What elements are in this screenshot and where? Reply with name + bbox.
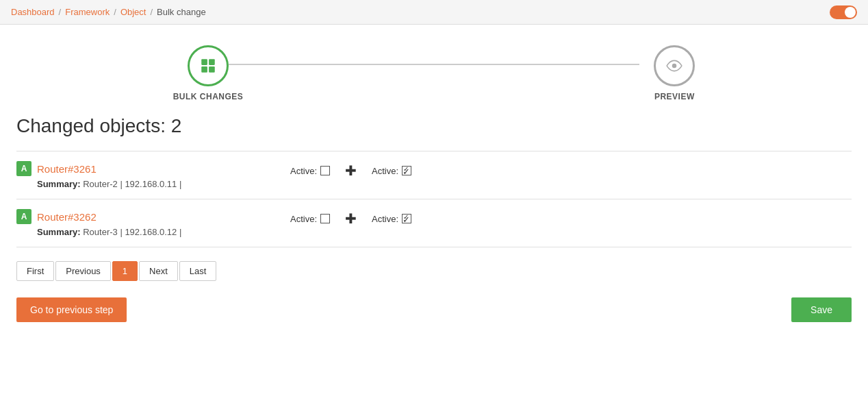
preview-icon xyxy=(665,57,683,75)
go-to-previous-step-button[interactable]: Go to previous step xyxy=(16,297,127,322)
from-checkbox-2[interactable] xyxy=(320,214,330,223)
field-from-1: Active: xyxy=(290,166,330,176)
svg-point-4 xyxy=(672,64,677,69)
arrow-icon-2: ✚ xyxy=(345,210,357,227)
obj-badge-2: A xyxy=(16,209,31,224)
footer-actions: Go to previous step Save xyxy=(16,297,852,322)
breadcrumb-object[interactable]: Object xyxy=(120,7,146,17)
to-checkbox-2[interactable]: ✓ xyxy=(402,214,411,223)
wizard-step-preview: PREVIEW xyxy=(654,45,695,101)
obj-summary-2: Summary: Router-3 | 192.168.0.12 | xyxy=(37,227,290,237)
obj-name-2[interactable]: Router#3262 xyxy=(37,211,97,223)
to-label-2: Active: xyxy=(372,214,398,224)
pagination-page-1[interactable]: 1 xyxy=(112,261,138,281)
global-toggle[interactable] xyxy=(830,5,857,19)
arrow-icon-1: ✚ xyxy=(345,162,357,179)
sep1: / xyxy=(59,7,62,17)
wizard-step-bulk-changes: BULK CHANGES xyxy=(173,45,244,101)
sep2: / xyxy=(114,7,116,17)
summary-value-1: Router-2 | 192.168.0.11 | xyxy=(83,179,181,189)
page-title: Changed objects: 2 xyxy=(16,115,852,137)
breadcrumb-bar: Dashboard / Framework / Object / Bulk ch… xyxy=(0,0,868,25)
pagination: First Previous 1 Next Last xyxy=(16,261,852,281)
from-label-1: Active: xyxy=(290,166,317,176)
from-checkbox-1[interactable] xyxy=(320,166,330,175)
sep3: / xyxy=(150,7,153,17)
step-circle-preview xyxy=(654,45,695,86)
svg-rect-2 xyxy=(201,66,207,73)
summary-label-2: Summary: xyxy=(37,227,81,237)
svg-rect-3 xyxy=(209,66,215,73)
step-label-preview: PREVIEW xyxy=(654,92,695,101)
obj-name-1[interactable]: Router#3261 xyxy=(37,163,97,175)
breadcrumb-dashboard[interactable]: Dashboard xyxy=(11,7,55,17)
obj-left-2: A Router#3262 Summary: Router-3 | 192.16… xyxy=(16,209,290,237)
summary-label-1: Summary: xyxy=(37,179,81,189)
summary-value-2: Router-3 | 192.168.0.12 | xyxy=(83,227,181,237)
field-to-2: Active: ✓ xyxy=(372,214,411,224)
wizard: BULK CHANGES PREVIEW xyxy=(16,38,852,115)
obj-changes-1: Active: ✚ Active: ✓ xyxy=(290,161,852,179)
obj-changes-2: Active: ✚ Active: ✓ xyxy=(290,209,852,227)
svg-rect-1 xyxy=(209,59,215,65)
to-label-1: Active: xyxy=(372,166,398,176)
obj-title-row-1: A Router#3261 xyxy=(16,161,290,176)
obj-title-row-2: A Router#3262 xyxy=(16,209,290,224)
to-checkbox-1[interactable]: ✓ xyxy=(402,166,411,175)
bulk-changes-icon xyxy=(199,57,217,75)
breadcrumb-framework[interactable]: Framework xyxy=(65,7,110,17)
pagination-first[interactable]: First xyxy=(16,261,54,281)
save-button[interactable]: Save xyxy=(791,297,852,322)
objects-list: A Router#3261 Summary: Router-2 | 192.16… xyxy=(16,151,852,247)
field-from-2: Active: xyxy=(290,214,330,224)
pagination-next[interactable]: Next xyxy=(139,261,178,281)
object-row: A Router#3261 Summary: Router-2 | 192.16… xyxy=(16,151,852,199)
from-label-2: Active: xyxy=(290,214,317,224)
breadcrumb-current: Bulk change xyxy=(157,7,206,17)
main-content: BULK CHANGES PREVIEW Changed objects: 2 … xyxy=(0,25,868,336)
step-label-bulk-changes: BULK CHANGES xyxy=(173,92,244,101)
field-to-1: Active: ✓ xyxy=(372,166,411,176)
svg-rect-0 xyxy=(201,59,207,65)
obj-left-1: A Router#3261 Summary: Router-2 | 192.16… xyxy=(16,161,290,189)
object-row-2: A Router#3262 Summary: Router-3 | 192.16… xyxy=(16,199,852,247)
wizard-line xyxy=(229,64,639,65)
pagination-previous[interactable]: Previous xyxy=(55,261,111,281)
obj-badge-1: A xyxy=(16,161,31,176)
obj-summary-1: Summary: Router-2 | 192.168.0.11 | xyxy=(37,179,290,189)
breadcrumb: Dashboard / Framework / Object / Bulk ch… xyxy=(11,7,206,17)
step-circle-bulk-changes xyxy=(188,45,229,86)
pagination-last[interactable]: Last xyxy=(179,261,217,281)
